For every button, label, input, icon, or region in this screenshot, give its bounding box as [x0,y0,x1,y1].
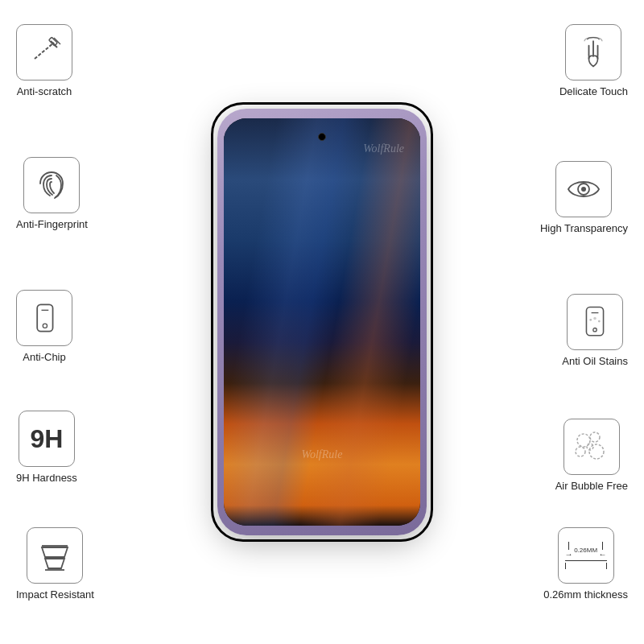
thickness-label: 0.26mm thickness [543,588,628,601]
svg-point-5 [43,324,47,328]
feature-delicate-touch: Delicate Touch [559,24,628,97]
anti-chip-icon [28,300,60,336]
feature-anti-oil: Anti Oil Stains [562,294,628,367]
anti-fingerprint-label: Anti-Fingerprint [16,218,88,230]
feature-9h-hardness: 9H 9H Hardness [16,411,77,484]
feature-impact-resistant: Impact Resistant [16,527,94,601]
thickness-value: 0.26MM [574,547,597,555]
delicate-touch-label: Delicate Touch [559,85,628,97]
impact-icon-box [27,527,83,584]
bubbles-icon [572,429,611,464]
high-transparency-icon-box [555,161,612,217]
anti-fingerprint-icon-box [23,157,80,213]
tempered-glass-overlay [211,102,433,542]
feature-anti-scratch: Anti-scratch [16,24,72,97]
feature-anti-chip: Anti-Chip [16,290,72,363]
high-transparency-label: High Transparency [540,222,628,234]
svg-point-10 [581,187,586,192]
air-bubble-icon-box [564,419,620,475]
air-bubble-label: Air Bubble Free [555,480,628,492]
9h-icon-box: 9H [19,411,75,467]
impact-resistant-icon [35,539,74,572]
svg-point-18 [590,432,600,442]
svg-point-12 [593,328,597,331]
touch-icon [576,34,611,71]
eye-icon [565,173,602,205]
9h-text: 9H [30,424,63,454]
svg-point-19 [576,447,585,456]
svg-point-14 [590,319,592,321]
feature-anti-fingerprint: Anti-Fingerprint [16,157,88,230]
anti-scratch-icon-box [16,24,72,80]
anti-oil-label: Anti Oil Stains [562,355,628,367]
anti-chip-icon-box [16,290,72,346]
svg-point-20 [589,444,604,459]
svg-point-16 [598,320,601,323]
product-page: Anti-scratch Anti-Fingerprint Anti-Chip [0,0,644,644]
9h-label: 9H Hardness [16,472,77,484]
feature-thickness: → 0.26MM ← 0.26mm thickness [543,527,628,601]
impact-resistant-label: Impact Resistant [16,588,94,601]
feature-high-transparency: High Transparency [540,161,628,234]
phone-display: WolfRule WolfRule [217,109,427,535]
delicate-touch-icon-box [565,24,621,80]
anti-chip-label: Anti-Chip [23,351,65,363]
oil-stains-icon [577,304,613,340]
fingerprint-icon [32,166,71,204]
svg-point-15 [593,317,597,320]
feature-air-bubble: Air Bubble Free [555,419,628,492]
thickness-diagram: → 0.26MM ← [562,535,610,576]
anti-scratch-label: Anti-scratch [17,85,72,97]
anti-oil-icon-box [567,294,623,350]
anti-scratch-icon [27,35,62,70]
svg-rect-3 [49,37,58,46]
thickness-icon-box: → 0.26MM ← [558,527,614,584]
svg-line-0 [35,43,54,59]
